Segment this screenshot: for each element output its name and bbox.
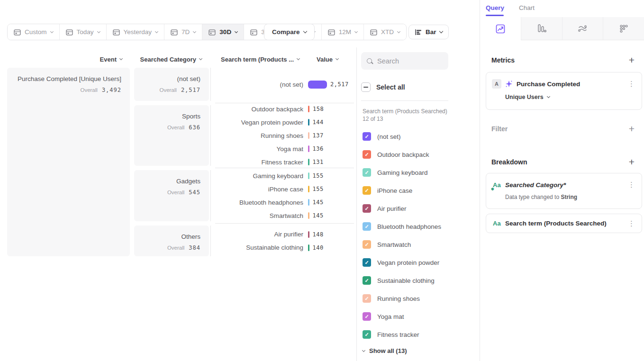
term-value: 148 (313, 231, 324, 238)
tab-insights[interactable] (480, 17, 521, 40)
kebab-menu-icon[interactable]: ⋮ (628, 219, 635, 228)
category-card[interactable]: (not set) Overall2,517 (134, 68, 209, 101)
term-filter-item[interactable]: ✓ Air purifier (363, 199, 441, 217)
term-value: 137 (313, 132, 324, 139)
search-input[interactable] (376, 57, 443, 65)
term-filter-item[interactable]: ✓ Gaming keyboard (363, 163, 441, 181)
retention-icon (618, 23, 629, 34)
date-range-button[interactable]: 30D (202, 24, 244, 40)
calendar-icon (328, 29, 335, 36)
term-row[interactable]: Vegan protein powder 144 (213, 116, 354, 129)
term-row[interactable]: Bluetooth headphones 145 (213, 196, 354, 209)
category-overall-value: 545 (189, 189, 200, 196)
report-type-tabs (480, 17, 644, 40)
chart-type-select[interactable]: Bar (408, 25, 449, 39)
term-filter-item[interactable]: ✓ iPhone case (363, 181, 441, 199)
term-label: (not set) (213, 81, 303, 88)
term-row[interactable]: iPhone case 155 (213, 182, 354, 196)
modified-star-icon: ✱ (491, 187, 494, 191)
overall-label: Overall (167, 190, 184, 195)
date-range-button[interactable]: Custom (8, 24, 60, 40)
checkbox[interactable]: ✓ (363, 150, 371, 159)
category-card[interactable]: Others Overall384 (134, 226, 209, 256)
checkbox[interactable]: ✓ (363, 204, 371, 213)
term-filter-item[interactable]: ✓ Sustainable clothing (363, 271, 441, 289)
term-row[interactable]: Fitness tracker 131 (213, 155, 354, 169)
term-row[interactable]: Yoga mat 136 (213, 142, 354, 155)
checkbox[interactable]: ✓ (363, 168, 371, 177)
breakdown-card[interactable]: Aa Search term (Products Searched) ⋮ (486, 214, 642, 233)
date-range-button[interactable]: Today (60, 24, 107, 40)
term-filter-item[interactable]: ✓ Yoga mat (363, 307, 441, 325)
category-card[interactable]: Gadgets Overall545 (134, 170, 209, 221)
checkbox[interactable]: ✓ (363, 258, 371, 267)
date-range-button[interactable]: 12M (322, 24, 364, 40)
metric-aggregation[interactable]: Unique Users (505, 94, 642, 100)
checkbox-label: Vegan protein powder (377, 259, 439, 266)
term-row[interactable]: Smartwatch 145 (213, 209, 354, 222)
term-filter-item[interactable]: ✓ Outdoor backpack (363, 145, 441, 163)
term-label: Outdoor backpack (213, 106, 303, 113)
term-row[interactable]: Outdoor backpack 158 (213, 102, 354, 116)
term-row[interactable]: Gaming keyboard 155 (213, 169, 354, 182)
add-filter-button[interactable]: + (629, 125, 635, 133)
term-row[interactable]: Running shoes 137 (213, 129, 354, 142)
term-label: Smartwatch (213, 212, 303, 219)
date-range-button[interactable]: XTD (364, 24, 406, 40)
category-overall-value: 384 (189, 244, 200, 251)
show-all-button[interactable]: Show all (13) (363, 347, 407, 354)
metric-card[interactable]: A Purchase Completed ⋮ Unique Users (486, 72, 642, 110)
category-card[interactable]: Sports Overall636 (134, 105, 209, 166)
tab-funnels[interactable] (521, 17, 562, 40)
column-header-searched-category[interactable]: Searched Category (134, 53, 202, 65)
term-filter-item[interactable]: ✓ Fitness tracker (363, 325, 441, 343)
column-header-event[interactable]: Event (7, 53, 122, 65)
tab-chart[interactable]: Chart (519, 4, 535, 11)
kebab-menu-icon[interactable]: ⋮ (628, 180, 635, 189)
checkbox[interactable]: ✓ (363, 330, 371, 339)
term-filter-item[interactable]: ✓ Bluetooth headphones (363, 217, 441, 235)
string-property-icon: Aa✱ (493, 181, 501, 189)
column-header-search-term[interactable]: Search term (Products ... (213, 53, 299, 65)
term-label: Yoga mat (213, 145, 303, 153)
checkbox-label: Gaming keyboard (377, 169, 428, 176)
term-filter-item[interactable]: ✓ Running shoes (363, 289, 441, 307)
term-label: Gaming keyboard (213, 172, 303, 180)
tab-query[interactable]: Query (486, 4, 504, 11)
date-range-button[interactable]: 7D (164, 24, 202, 40)
term-filter-item[interactable]: ✓ Smartwatch (363, 235, 441, 253)
term-row[interactable]: Air purifier 148 (213, 228, 354, 241)
term-row[interactable]: (not set) 2,517 (213, 78, 354, 91)
value-bar (308, 119, 309, 126)
tab-flows[interactable] (562, 17, 603, 40)
breakdown-title: Search term (Products Searched) (505, 220, 607, 227)
term-filter-item[interactable]: ✓ Vegan protein powder (363, 253, 441, 271)
checkbox[interactable]: ✓ (363, 312, 371, 321)
checkbox[interactable]: ✓ (363, 294, 371, 303)
column-header-value[interactable]: Value (317, 53, 338, 65)
checkbox[interactable]: ✓ (363, 222, 371, 231)
checkbox[interactable]: ✓ (363, 186, 371, 195)
compare-button[interactable]: Compare (264, 24, 315, 40)
term-value: 136 (313, 145, 324, 152)
value-bar (308, 159, 309, 165)
term-row[interactable]: Sustainable clothing 140 (213, 241, 354, 254)
select-all[interactable]: Select all (361, 82, 405, 92)
select-all-checkbox[interactable] (361, 82, 371, 92)
tab-retention[interactable] (603, 17, 644, 40)
checkbox[interactable]: ✓ (363, 132, 371, 141)
checkbox[interactable]: ✓ (363, 240, 371, 249)
date-range-button[interactable]: Yesterday (107, 24, 165, 40)
kebab-menu-icon[interactable]: ⋮ (628, 80, 635, 88)
checkbox[interactable]: ✓ (363, 276, 371, 285)
active-tab-underline (486, 15, 504, 16)
chevron-down-icon (547, 95, 550, 98)
event-overall-value: 3,492 (102, 87, 121, 93)
breakdown-card[interactable]: Aa✱ Searched Category* ⋮ Data type chang… (486, 173, 642, 209)
event-card[interactable]: Purchase Completed [Unique Users] Overal… (7, 68, 130, 256)
add-breakdown-button[interactable]: + (629, 158, 635, 166)
term-value: 140 (313, 244, 324, 251)
add-metric-button[interactable]: + (629, 56, 635, 64)
value-bar (308, 212, 309, 219)
term-filter-item[interactable]: ✓ (not set) (363, 127, 441, 145)
